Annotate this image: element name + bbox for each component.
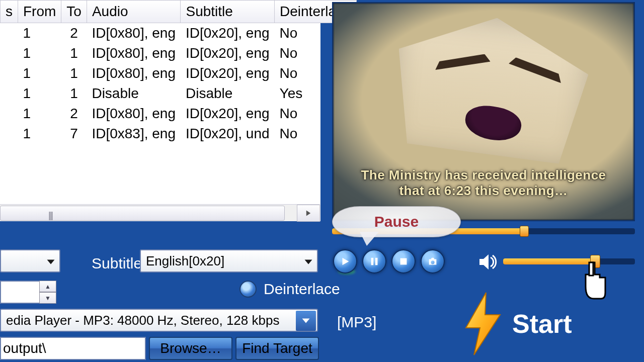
col-audio[interactable]: Audio [87,1,181,23]
cell-to: 2 [61,104,87,124]
cell-audio: ID[0x80], eng [87,104,181,124]
start-label: Start [512,309,572,339]
start-button[interactable]: Start [461,292,572,356]
lightning-icon [461,292,505,356]
cell-subtitle: ID[0x20], eng [181,23,275,44]
cell-subtitle: ID[0x20], eng [181,43,275,63]
cell-from: 1 [18,23,61,44]
subtitle-dropdown[interactable]: English[0x20] [140,249,318,273]
volume-slider[interactable] [503,258,635,264]
cell-s [1,23,18,44]
cell-subtitle: ID[0x20], eng [181,63,275,83]
subtitle-label: Subtitle: [92,255,146,272]
format-indicator: [MP3] [337,314,376,331]
snapshot-button[interactable] [421,249,445,274]
spinner-down-icon[interactable]: ▼ [39,292,56,304]
radio-icon [239,281,257,298]
job-table: s From To Audio Subtitle Deinterlace 12I… [0,0,357,144]
scrollbar-thumb[interactable]: ||| [0,206,285,221]
cell-subtitle: ID[0x20], eng [181,104,275,124]
preview-subtitle: The Ministry has received intelligence t… [334,167,633,199]
cell-to: 2 [61,23,87,44]
seek-knob[interactable] [520,226,529,237]
col-s[interactable]: s [1,1,18,23]
spinner-up-icon[interactable]: ▲ [39,281,56,292]
subtitle-value: English[0x20] [146,253,224,269]
output-path-value: output\ [3,340,46,356]
job-table-pane: s From To Audio Subtitle Deinterlace 12I… [0,0,322,221]
cell-s [1,124,18,144]
cell-from: 1 [18,104,61,124]
pause-tooltip: Pause [332,206,461,237]
cell-subtitle: Disable [181,83,275,104]
browse-button[interactable]: Browse… [149,337,232,360]
cell-to: 1 [61,83,87,104]
output-path-field[interactable]: output\ [0,337,146,360]
table-row[interactable]: 11ID[0x80], engID[0x20], engNo [1,63,357,83]
table-row[interactable]: 17ID[0x83], engID[0x20], undNo [1,124,357,144]
pause-button[interactable] [362,249,386,274]
cell-to: 1 [61,63,87,83]
col-to[interactable]: To [61,1,87,23]
video-preview: The Ministry has received intelligence t… [332,2,635,221]
table-horizontal-scrollbar[interactable]: ||| [0,204,320,221]
cell-from: 1 [18,124,61,144]
table-row[interactable]: 11DisableDisableYes [1,83,357,104]
cell-s [1,43,18,63]
find-target-button[interactable]: Find Target [235,337,319,360]
cell-s [1,83,18,104]
cell-from: 1 [18,43,61,63]
svg-rect-0 [589,262,593,276]
col-from[interactable]: From [18,1,61,23]
cell-s [1,104,18,124]
stop-button[interactable] [391,249,416,274]
play-button[interactable] [333,249,357,274]
cell-audio: Disable [87,83,181,104]
chevron-down-icon [304,254,313,270]
table-row[interactable]: 12ID[0x80], engID[0x20], engNo [1,104,357,124]
chevron-down-icon [296,311,316,331]
deinterlace-toggle[interactable]: Deinterlace [239,281,340,298]
deinterlace-label: Deinterlace [264,281,340,298]
audio-dropdown[interactable] [0,249,60,273]
volume-icon[interactable] [478,253,498,270]
chevron-down-icon [46,254,55,270]
cell-audio: ID[0x83], eng [87,124,181,144]
col-subtitle[interactable]: Subtitle [181,1,275,23]
cell-from: 1 [18,83,61,104]
cell-audio: ID[0x80], eng [87,43,181,63]
cell-audio: ID[0x80], eng [87,23,181,44]
cell-s [1,63,18,83]
cell-from: 1 [18,63,61,83]
cell-to: 7 [61,124,87,144]
number-spinner[interactable]: ▲ ▼ [0,281,56,304]
cell-audio: ID[0x80], eng [87,63,181,83]
table-row[interactable]: 12ID[0x80], engID[0x20], engNo [1,23,357,44]
cursor-icon [574,259,609,305]
scrollbar-right-icon[interactable] [297,205,320,222]
cell-to: 1 [61,43,87,63]
format-value: edia Player - MP3: 48000 Hz, Stereo, 128… [6,313,279,328]
cell-subtitle: ID[0x20], und [181,124,275,144]
table-row[interactable]: 11ID[0x80], engID[0x20], engNo [1,43,357,63]
format-dropdown[interactable]: edia Player - MP3: 48000 Hz, Stereo, 128… [0,309,318,332]
